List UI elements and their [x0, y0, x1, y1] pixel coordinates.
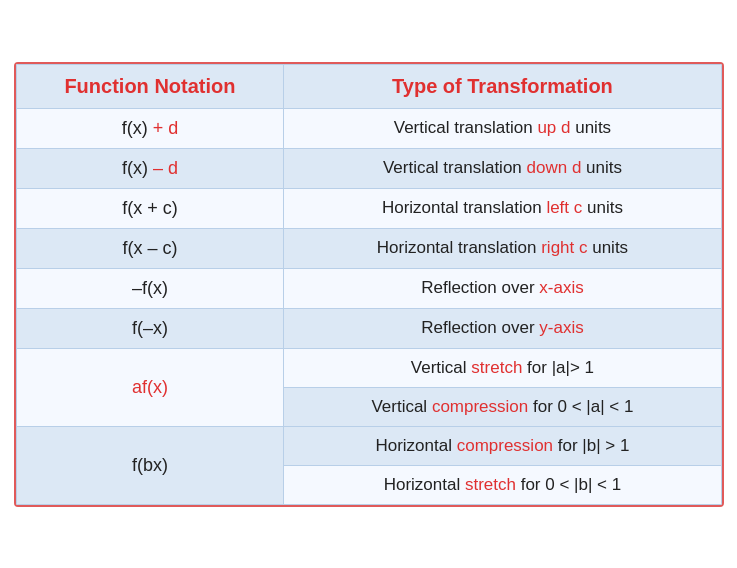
table-row: f(–x)Reflection over y-axis — [16, 308, 721, 348]
notation-cell: f(bx) — [16, 426, 284, 504]
table-row: f(x) + dVertical translation up d units — [16, 108, 721, 148]
notation-cell: f(x) + d — [16, 108, 284, 148]
notation-cell: –f(x) — [16, 268, 284, 308]
table-row: f(x + c)Horizontal translation left c un… — [16, 188, 721, 228]
table-row: –f(x)Reflection over x-axis — [16, 268, 721, 308]
description-cell: Vertical translation down d units — [284, 148, 721, 188]
notation-cell: f(–x) — [16, 308, 284, 348]
table-row: f(x – c)Horizontal translation right c u… — [16, 228, 721, 268]
description-cell: Horizontal compression for |b| > 1 — [284, 426, 721, 465]
description-cell: Reflection over y-axis — [284, 308, 721, 348]
header-transformation: Type of Transformation — [284, 64, 721, 108]
description-cell: Horizontal translation right c units — [284, 228, 721, 268]
notation-cell: af(x) — [16, 348, 284, 426]
description-cell: Horizontal translation left c units — [284, 188, 721, 228]
notation-cell: f(x + c) — [16, 188, 284, 228]
description-cell: Vertical compression for 0 < |a| < 1 — [284, 387, 721, 426]
header-notation: Function Notation — [16, 64, 284, 108]
table-header: Function Notation Type of Transformation — [16, 64, 721, 108]
table-row: f(x) – dVertical translation down d unit… — [16, 148, 721, 188]
transformation-table: Function Notation Type of Transformation… — [14, 62, 724, 507]
table-row: f(bx)Horizontal compression for |b| > 1 — [16, 426, 721, 465]
description-cell: Vertical translation up d units — [284, 108, 721, 148]
description-cell: Reflection over x-axis — [284, 268, 721, 308]
notation-cell: f(x – c) — [16, 228, 284, 268]
description-cell: Horizontal stretch for 0 < |b| < 1 — [284, 465, 721, 504]
table-row: af(x)Vertical stretch for |a|> 1 — [16, 348, 721, 387]
notation-cell: f(x) – d — [16, 148, 284, 188]
description-cell: Vertical stretch for |a|> 1 — [284, 348, 721, 387]
